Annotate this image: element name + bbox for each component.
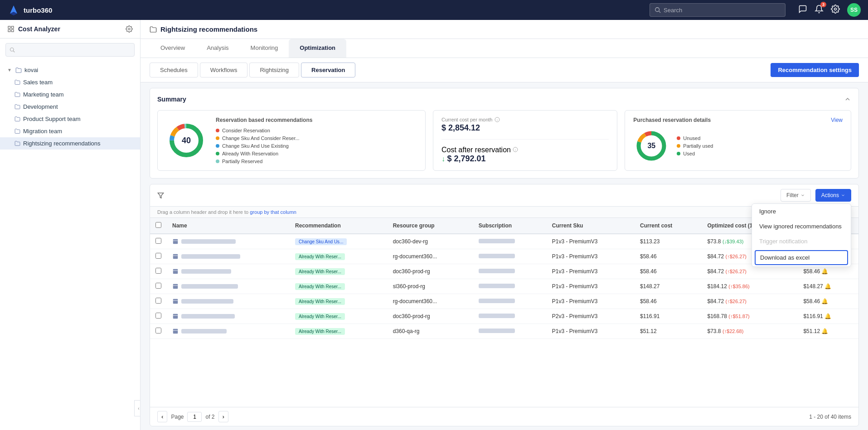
row-checkbox-6[interactable] [155,328,161,333]
row-checkbox-3[interactable] [155,283,161,289]
page-number-input[interactable] [187,412,202,422]
summary-title: Summary [157,96,186,103]
sidebar-item-product-support[interactable]: Product Support team [0,113,140,125]
name-cell-6 [172,328,284,334]
summary-section: Summary [150,88,859,179]
table-row: Already With Reser... rg-document360... … [150,294,858,309]
folder-icon [15,116,20,122]
select-all-checkbox[interactable] [155,222,161,228]
dropdown-item-download[interactable]: Download as excel [755,250,848,265]
filter-button[interactable]: Filter [781,189,811,202]
legend-label-unused: Unused [683,135,700,141]
row-checkbox-cell [150,264,167,279]
purchased-legend: Unused Partially used Used [677,135,713,156]
row-current-sku-2: P1v3 - PremiumV3 [547,264,635,279]
reservation-card-content: Reservation based recommendations Consid… [216,117,312,164]
reservation-recommendations-card: 40 Reservation based recommendations Con… [157,110,426,171]
bell-icon-5[interactable]: 🔔 [824,313,831,319]
legend-unused: Unused [677,135,713,141]
bell-icon-6[interactable]: 🔔 [821,328,828,334]
app-logo[interactable]: turbo360 [7,4,52,16]
tab-overview[interactable]: Overview [150,39,196,58]
alert-icon-btn[interactable]: 3 [815,5,824,16]
sidebar-item-development[interactable]: Development [0,101,140,113]
tab-analysis[interactable]: Analysis [196,39,239,58]
group-by-link[interactable]: group by that column [250,209,296,215]
svg-rect-37 [173,314,178,319]
svg-rect-27 [173,239,178,244]
actions-button[interactable]: Actions [815,189,851,202]
dropdown-item-view-ignored[interactable]: View ignored recommendations [752,219,851,234]
svg-point-10 [10,48,14,52]
cost-diff: (↑$35.86) [728,284,749,289]
subscription-bar [479,254,515,258]
name-bar [181,329,227,333]
user-avatar[interactable]: SS [847,3,861,17]
svg-marker-26 [158,193,164,198]
row-checkbox-cell [150,234,167,249]
name-bar [181,254,240,259]
tab-workflows[interactable]: Workflows [200,63,248,77]
tab-optimization[interactable]: Optimization [289,39,346,58]
tab-monitoring[interactable]: Monitoring [240,39,289,58]
dropdown-item-ignore[interactable]: Ignore [752,204,851,219]
legend-label-partially-used: Partially used [683,143,713,149]
svg-rect-6 [11,26,14,29]
row-subscription-4 [473,294,547,309]
sidebar-settings-icon[interactable] [126,25,133,33]
sidebar-search-icon [10,47,15,53]
svg-rect-35 [173,299,178,304]
tab-schedules[interactable]: Schedules [150,63,198,77]
info-icon [495,117,500,122]
svg-line-3 [659,11,661,13]
svg-point-2 [655,8,659,12]
sidebar-item-marketing[interactable]: Marketing team [0,88,140,101]
row-resource-group-6: d360-qa-rg [388,324,473,339]
prev-page-button[interactable]: ‹ [157,411,167,422]
folder-icon [15,104,20,110]
resource-icon [172,283,179,290]
row-checkbox-2[interactable] [155,268,161,274]
sidebar-search-input[interactable] [5,43,135,57]
sidebar-item-kovai[interactable]: ▼ kovai [0,64,140,76]
legend-change-sku: Change Sku And Consider Reser... [216,135,312,141]
cost-diff: (↑$22.68) [723,329,743,334]
row-checkbox-5[interactable] [155,313,161,319]
next-page-button[interactable]: › [218,411,228,422]
sidebar-item-sales[interactable]: Sales team [0,76,140,88]
bell-icon-3[interactable]: 🔔 [824,283,831,290]
tab-reservation[interactable]: Reservation [301,63,355,77]
row-name-2 [167,264,290,279]
tab-rightsizing[interactable]: Rightsizing [249,63,299,77]
resource-icon [172,238,179,245]
bell-icon-2[interactable]: 🔔 [821,268,828,275]
legend-label-partial: Partially Reserved [222,159,262,164]
info-icon-2 [513,147,518,152]
collapse-icon[interactable] [844,96,851,103]
sidebar-item-rightsizing[interactable]: Rightsizing recommendations [0,137,140,150]
row-extra-3: $148.27 🔔 [798,279,858,294]
sidebar-collapse-button[interactable]: ‹ [134,400,141,416]
row-checkbox-cell [150,249,167,264]
view-link[interactable]: View [831,117,843,123]
row-current-sku-4: P1v3 - PremiumV3 [547,294,635,309]
purchased-card-body: 35 Unused Partially used [633,128,843,164]
legend-label-change-sku: Change Sku And Consider Reser... [222,135,300,141]
global-search[interactable]: Search [650,3,786,17]
row-checkbox-1[interactable] [155,253,161,259]
row-name-3 [167,279,290,294]
sidebar-item-migration[interactable]: Migration team [0,125,140,137]
settings-icon-btn[interactable] [831,5,840,16]
row-checkbox-4[interactable] [155,298,161,304]
turbo-logo-icon [7,4,20,16]
recommendation-settings-button[interactable]: Recommendation settings [771,63,859,77]
name-cell-5 [172,313,284,319]
chat-icon-btn[interactable] [798,5,807,16]
legend-label-already: Already With Reservation [222,151,278,156]
filter-funnel-icon[interactable] [157,192,164,199]
row-checkbox-0[interactable] [155,238,161,244]
recommendation-badge: Already With Reser... [295,313,345,320]
page-header: Rightsizing recommendations [141,20,868,39]
bell-icon-4[interactable]: 🔔 [821,298,828,304]
row-checkbox-cell [150,294,167,309]
